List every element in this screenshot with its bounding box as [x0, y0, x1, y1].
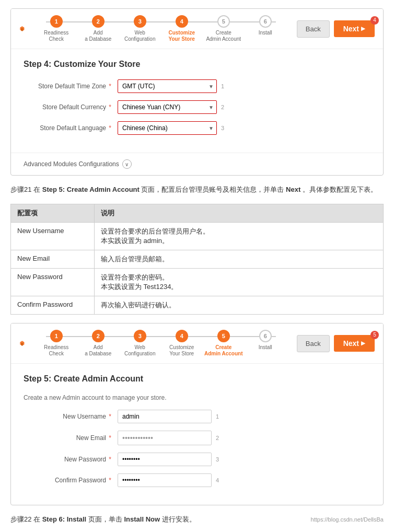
next-button-wrapper-2: 5 Next: [334, 335, 375, 352]
steps-list-2: 1 ReadinessCheck 2 Adda Database 3 WebCo…: [36, 330, 286, 357]
step-item-3: 3 WebConfiguration: [119, 15, 161, 42]
instr1-next: Next: [286, 186, 300, 193]
step2-item-1: 1 ReadinessCheck: [36, 330, 77, 357]
steps-progress-2: 1 ReadinessCheck 2 Adda Database 3 WebCo…: [36, 330, 286, 357]
step2-circle-6: 6: [259, 330, 272, 342]
step2-item-5: 5 CreateAdmin Account: [203, 330, 245, 357]
instr2-install: Install Now: [124, 514, 160, 525]
username-control: 1: [118, 410, 370, 423]
step5-title: Step 5: Create Admin Account: [24, 374, 370, 384]
table-desc-confirm: 再次输入密码进行确认。: [95, 296, 384, 315]
installer-panel-step4: 1 ReadinessCheck 2 Adda Database 3 WebCo…: [10, 8, 384, 176]
currency-row: Store Default Currency * Chinese Yuan (C…: [24, 100, 370, 114]
step-label-1: ReadinessCheck: [44, 30, 68, 42]
advanced-link[interactable]: Advanced Modules Configurations ∨: [24, 159, 370, 169]
table-row-email: New Email 输入后台管理员邮箱。: [11, 250, 384, 269]
step-item-1: 1 ReadinessCheck: [36, 15, 77, 42]
advanced-section: Advanced Modules Configurations ∨: [11, 153, 383, 175]
step-label-6: Install: [259, 30, 272, 36]
next-button-2[interactable]: Next: [334, 335, 375, 352]
step-circle-4: 4: [176, 15, 188, 28]
step2-item-3: 3 WebConfiguration: [119, 330, 161, 357]
password-row: New Password * 3: [24, 453, 370, 466]
username-number: 1: [216, 413, 219, 420]
magento-logo-2: [19, 335, 25, 352]
table-field-password: New Password: [11, 269, 95, 296]
table-col1-header: 配置项: [11, 204, 95, 223]
step-num-2: 步骤22: [10, 514, 31, 525]
currency-control: Chinese Yuan (CNY) ▼ 2: [118, 100, 370, 114]
timezone-select[interactable]: GMT (UTC): [118, 79, 217, 93]
back-button-2[interactable]: Back: [297, 335, 330, 352]
steps-list: 1 ReadinessCheck 2 Adda Database 3 WebCo…: [36, 15, 286, 42]
confirm-number: 4: [216, 477, 219, 483]
instr2-after: 进行安装。: [160, 514, 196, 525]
instr2-before: 在: [31, 514, 42, 525]
username-input[interactable]: [118, 410, 212, 423]
instr2-title: Step 6: Install: [42, 514, 87, 525]
currency-select[interactable]: Chinese Yuan (CNY): [118, 100, 217, 114]
table-desc-email: 输入后台管理员邮箱。: [95, 250, 384, 269]
step2-circle-3: 3: [134, 330, 146, 342]
timezone-row: Store Default Time Zone * GMT (UTC) ▼ 1: [24, 79, 370, 93]
step4-title: Step 4: Customize Your Store: [24, 60, 370, 69]
next-button-wrapper-1: 4 Next: [334, 20, 375, 38]
email-input[interactable]: [118, 431, 212, 445]
step-circle-1: 1: [50, 15, 63, 28]
language-number: 3: [221, 125, 224, 131]
step-item-2: 2 Adda Database: [77, 15, 119, 42]
magento-logo: [19, 20, 25, 37]
step2-label-5: CreateAdmin Account: [204, 344, 243, 357]
username-label: New Username *: [24, 413, 118, 420]
step-label-5: CreateAdmin Account: [206, 30, 241, 42]
next-button-1[interactable]: Next: [334, 20, 375, 37]
step2-label-3: WebConfiguration: [124, 344, 155, 357]
instruction1: 步骤21 在 Step 5: Create Admin Account 页面，配…: [10, 184, 384, 195]
timezone-select-wrapper: GMT (UTC) ▼: [118, 79, 217, 93]
currency-select-wrapper: Chinese Yuan (CNY) ▼: [118, 100, 217, 114]
password-number: 3: [216, 456, 219, 462]
confirm-row: Confirm Password * 4: [24, 473, 370, 487]
instr1-title: Step 5: Create Admin Account: [42, 186, 140, 193]
instr1-after: 。具体参数配置见下表。: [303, 186, 377, 193]
username-required: *: [109, 413, 111, 420]
advanced-label: Advanced Modules Configurations: [24, 160, 119, 168]
step2-item-4: 4 CustomizeYour Store: [161, 330, 203, 357]
step-circle-2: 2: [92, 15, 105, 28]
step-item-6: 6 Install: [245, 15, 286, 42]
email-row: New Email * 2: [24, 431, 370, 445]
table-field-email: New Email: [11, 250, 95, 269]
step-badge-2: 5: [370, 331, 379, 339]
language-select[interactable]: Chinese (China): [118, 121, 217, 135]
step4-form: Step 4: Customize Your Store Store Defau…: [11, 49, 383, 153]
back-button-1[interactable]: Back: [297, 20, 330, 38]
step2-circle-1: 1: [50, 330, 63, 342]
password-input[interactable]: [118, 453, 212, 466]
step-circle-3: 3: [134, 15, 146, 28]
step2-label-2: Adda Database: [85, 344, 111, 357]
advanced-toggle-icon[interactable]: ∨: [122, 159, 132, 169]
currency-label: Store Default Currency *: [24, 103, 118, 111]
panel2-header: 1 ReadinessCheck 2 Adda Database 3 WebCo…: [11, 323, 383, 364]
step-label-4: CustomizeYour Store: [168, 30, 195, 42]
step-badge-1: 4: [370, 16, 379, 25]
step-label-3: WebConfiguration: [124, 30, 155, 42]
step-item-5: 5 CreateAdmin Account: [203, 15, 245, 42]
currency-number: 2: [221, 104, 224, 110]
password-required: *: [109, 456, 111, 463]
step5-form: Step 5: Create Admin Account Create a ne…: [11, 364, 383, 505]
instr2-url: https://blog.csdn.net/DellsBa: [311, 515, 384, 525]
language-select-wrapper: Chinese (China) ▼: [118, 121, 217, 135]
password-control: 3: [118, 453, 370, 466]
header-buttons-2: Back 5 Next: [297, 335, 375, 352]
email-number: 2: [216, 435, 219, 441]
table-row-confirm: Confirm Password 再次输入密码进行确认。: [11, 296, 384, 315]
step-label-2: Adda Database: [85, 30, 111, 42]
instruction2: 步骤22 在 Step 6: Install 页面，单击 Install Now…: [10, 514, 384, 525]
step2-item-6: 6 Install: [245, 330, 286, 357]
confirm-label: Confirm Password *: [24, 477, 118, 484]
table-row-username: New Username 设置符合要求的后台管理员用户名。本实践设置为 admi…: [11, 223, 384, 250]
password-label: New Password *: [24, 456, 118, 463]
confirm-input[interactable]: [118, 473, 212, 487]
table-row-password: New Password 设置符合要求的密码。本实践设置为 Test1234。: [11, 269, 384, 296]
